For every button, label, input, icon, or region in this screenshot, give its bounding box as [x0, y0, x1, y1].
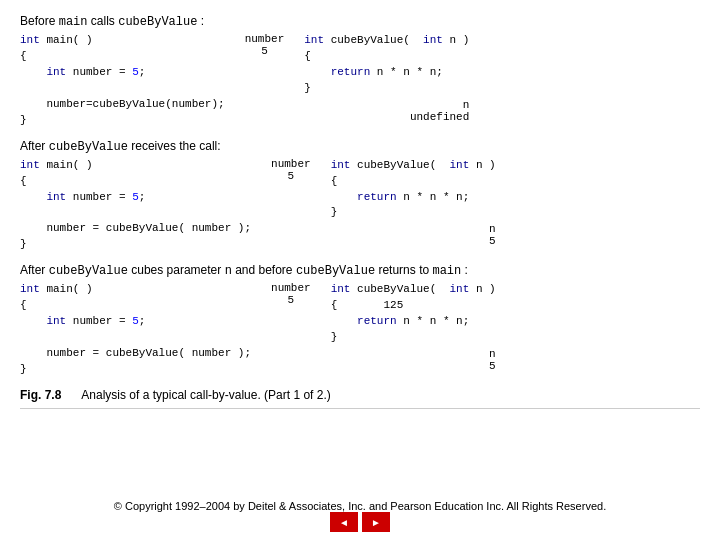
- code-cubebyvalue-1: cubeByValue: [118, 15, 197, 29]
- n-label-3: n: [489, 348, 496, 360]
- section-before: Before main calls cubeByValue : int main…: [20, 14, 700, 129]
- code-cubebyvalue-3b: cubeByValue: [296, 264, 375, 278]
- next-button[interactable]: ►: [362, 512, 390, 532]
- copyright: © Copyright 1992–2004 by Deitel & Associ…: [0, 500, 720, 512]
- n-label-1: n: [463, 99, 470, 111]
- section-after-call: After cubeByValue receives the call: int…: [20, 139, 700, 254]
- cubeby-code-3: int cubeByValue( int n ) { 125 return n …: [331, 282, 496, 372]
- prev-icon: ◄: [339, 517, 349, 528]
- n-stack-2: n 5: [331, 223, 496, 247]
- fig-caption-text: Analysis of a typical call-by-value. (Pa…: [81, 388, 330, 402]
- main-code-2: int main( ) { int number = 5; number = c…: [20, 158, 251, 254]
- code-cubebyvalue-2: cubeByValue: [49, 140, 128, 154]
- fig-label: Fig. 7.8: [20, 388, 61, 402]
- n-stack-1: n undefined: [304, 99, 469, 123]
- stack-label-number-3: number: [271, 282, 311, 294]
- n-val-2: 5: [489, 235, 496, 247]
- stack-number-3: number 5: [271, 282, 311, 306]
- cubeby-code-2: int cubeByValue( int n ) { return n * n …: [331, 158, 496, 248]
- stack-val-number-1: 5: [261, 45, 268, 57]
- two-col-3: int main( ) { int number = 5; number = c…: [20, 282, 700, 378]
- two-col-2: int main( ) { int number = 5; number = c…: [20, 158, 700, 254]
- cubeby-code-1: int cubeByValue( int n ) { return n * n …: [304, 33, 469, 123]
- cubeby-func-2: int cubeByValue( int n ) { return n * n …: [331, 158, 496, 222]
- cubeby-func-3: int cubeByValue( int n ) { 125 return n …: [331, 282, 496, 346]
- n-val-1: undefined: [410, 111, 469, 123]
- code-main-3: main: [432, 264, 461, 278]
- page: Before main calls cubeByValue : int main…: [0, 0, 720, 540]
- n-label-2: n: [489, 223, 496, 235]
- stack-val-number-3: 5: [288, 294, 295, 306]
- divider: [20, 408, 700, 409]
- n-val-3: 5: [489, 360, 496, 372]
- code-cubebyvalue-3a: cubeByValue: [49, 264, 128, 278]
- section-after-cube: After cubeByValue cubes parameter n and …: [20, 263, 700, 378]
- code-main-1: main: [59, 15, 88, 29]
- next-icon: ►: [371, 517, 381, 528]
- section-label-2: After cubeByValue receives the call:: [20, 139, 700, 154]
- stack-number-1: number 5: [245, 33, 285, 57]
- stack-val-number-2: 5: [288, 170, 295, 182]
- n-stack-3: n 5: [331, 348, 496, 372]
- param-n: n: [225, 264, 232, 278]
- two-col-1: int main( ) { int number = 5; number=cub…: [20, 33, 700, 129]
- nav-buttons: ◄ ►: [330, 512, 390, 532]
- stack-label-number-1: number: [245, 33, 285, 45]
- stack-label-number-2: number: [271, 158, 311, 170]
- fig-caption: Fig. 7.8 Analysis of a typical call-by-v…: [20, 388, 700, 402]
- section-label-1: Before main calls cubeByValue :: [20, 14, 700, 29]
- cubeby-func-1: int cubeByValue( int n ) { return n * n …: [304, 33, 469, 97]
- prev-button[interactable]: ◄: [330, 512, 358, 532]
- main-code-3: int main( ) { int number = 5; number = c…: [20, 282, 251, 378]
- section-label-3: After cubeByValue cubes parameter n and …: [20, 263, 700, 278]
- stack-number-2: number 5: [271, 158, 311, 182]
- main-code-1: int main( ) { int number = 5; number=cub…: [20, 33, 225, 129]
